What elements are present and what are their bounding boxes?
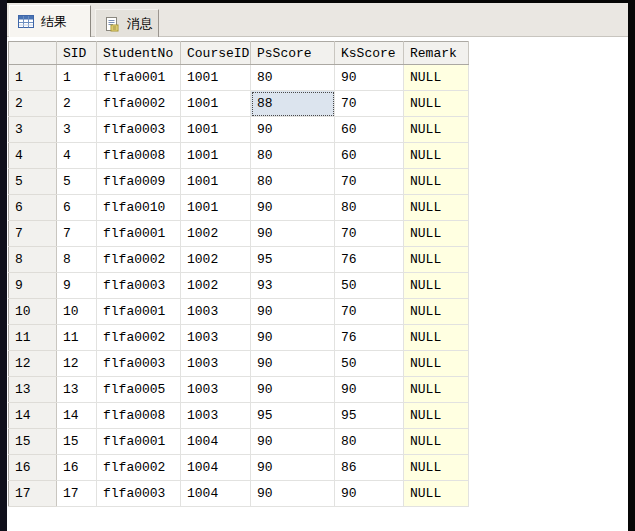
- grid-cell-remark-row17[interactable]: NULL: [404, 481, 469, 507]
- grid-cell-ksscore-row14[interactable]: 95: [335, 403, 404, 429]
- grid-cell-sid-row7[interactable]: 7: [57, 221, 97, 247]
- grid-cell-psscore-row11[interactable]: 90: [251, 325, 335, 351]
- row-header-cell[interactable]: 15: [9, 429, 57, 455]
- grid-cell-psscore-row17[interactable]: 90: [251, 481, 335, 507]
- tab-messages[interactable]: 消息: [95, 9, 159, 37]
- grid-cell-ksscore-row12[interactable]: 50: [335, 351, 404, 377]
- grid-cell-courseid-row10[interactable]: 1003: [181, 299, 251, 325]
- grid-cell-remark-row14[interactable]: NULL: [404, 403, 469, 429]
- grid-cell-courseid-row12[interactable]: 1003: [181, 351, 251, 377]
- grid-cell-courseid-row13[interactable]: 1003: [181, 377, 251, 403]
- grid-cell-psscore-row10[interactable]: 90: [251, 299, 335, 325]
- grid-cell-sid-row12[interactable]: 12: [57, 351, 97, 377]
- column-header-ksscore[interactable]: KsScore: [335, 42, 404, 65]
- row-header-cell[interactable]: 9: [9, 273, 57, 299]
- grid-cell-psscore-row7[interactable]: 90: [251, 221, 335, 247]
- grid-cell-studentno-row2[interactable]: flfa0002: [97, 91, 181, 117]
- grid-cell-sid-row14[interactable]: 14: [57, 403, 97, 429]
- grid-cell-remark-row5[interactable]: NULL: [404, 169, 469, 195]
- grid-cell-courseid-row7[interactable]: 1002: [181, 221, 251, 247]
- column-header-sid[interactable]: SID: [57, 42, 97, 65]
- grid-cell-remark-row4[interactable]: NULL: [404, 143, 469, 169]
- grid-cell-remark-row9[interactable]: NULL: [404, 273, 469, 299]
- grid-cell-remark-row15[interactable]: NULL: [404, 429, 469, 455]
- column-header-remark[interactable]: Remark: [404, 42, 469, 65]
- row-header-cell[interactable]: 3: [9, 117, 57, 143]
- grid-cell-sid-row15[interactable]: 15: [57, 429, 97, 455]
- grid-cell-studentno-row9[interactable]: flfa0003: [97, 273, 181, 299]
- grid-cell-studentno-row17[interactable]: flfa0003: [97, 481, 181, 507]
- row-header-cell[interactable]: 16: [9, 455, 57, 481]
- grid-cell-ksscore-row13[interactable]: 90: [335, 377, 404, 403]
- grid-cell-ksscore-row1[interactable]: 90: [335, 65, 404, 91]
- row-header-cell[interactable]: 13: [9, 377, 57, 403]
- grid-cell-studentno-row7[interactable]: flfa0001: [97, 221, 181, 247]
- row-header-cell[interactable]: 11: [9, 325, 57, 351]
- grid-cell-courseid-row1[interactable]: 1001: [181, 65, 251, 91]
- grid-cell-ksscore-row15[interactable]: 80: [335, 429, 404, 455]
- grid-cell-ksscore-row2[interactable]: 70: [335, 91, 404, 117]
- grid-cell-psscore-row13[interactable]: 90: [251, 377, 335, 403]
- grid-cell-psscore-row3[interactable]: 90: [251, 117, 335, 143]
- grid-cell-studentno-row12[interactable]: flfa0003: [97, 351, 181, 377]
- grid-cell-studentno-row14[interactable]: flfa0008: [97, 403, 181, 429]
- grid-cell-sid-row10[interactable]: 10: [57, 299, 97, 325]
- grid-cell-ksscore-row8[interactable]: 76: [335, 247, 404, 273]
- grid-cell-remark-row11[interactable]: NULL: [404, 325, 469, 351]
- row-header-cell[interactable]: 14: [9, 403, 57, 429]
- row-header-cell[interactable]: 1: [9, 65, 57, 91]
- grid-cell-sid-row13[interactable]: 13: [57, 377, 97, 403]
- grid-cell-psscore-row4[interactable]: 80: [251, 143, 335, 169]
- grid-cell-remark-row6[interactable]: NULL: [404, 195, 469, 221]
- row-header-cell[interactable]: 10: [9, 299, 57, 325]
- grid-cell-studentno-row16[interactable]: flfa0002: [97, 455, 181, 481]
- grid-cell-ksscore-row4[interactable]: 60: [335, 143, 404, 169]
- grid-cell-remark-row12[interactable]: NULL: [404, 351, 469, 377]
- row-header-cell[interactable]: 4: [9, 143, 57, 169]
- grid-cell-psscore-row9[interactable]: 93: [251, 273, 335, 299]
- grid-cell-ksscore-row16[interactable]: 86: [335, 455, 404, 481]
- grid-cell-studentno-row8[interactable]: flfa0002: [97, 247, 181, 273]
- grid-cell-ksscore-row10[interactable]: 70: [335, 299, 404, 325]
- grid-cell-remark-row7[interactable]: NULL: [404, 221, 469, 247]
- grid-cell-ksscore-row5[interactable]: 70: [335, 169, 404, 195]
- grid-cell-ksscore-row11[interactable]: 76: [335, 325, 404, 351]
- grid-cell-psscore-row5[interactable]: 80: [251, 169, 335, 195]
- grid-cell-studentno-row5[interactable]: flfa0009: [97, 169, 181, 195]
- grid-cell-remark-row16[interactable]: NULL: [404, 455, 469, 481]
- grid-cell-studentno-row10[interactable]: flfa0001: [97, 299, 181, 325]
- selected-cell[interactable]: 88: [251, 91, 335, 117]
- grid-cell-courseid-row16[interactable]: 1004: [181, 455, 251, 481]
- grid-cell-psscore-row15[interactable]: 90: [251, 429, 335, 455]
- grid-cell-sid-row17[interactable]: 17: [57, 481, 97, 507]
- grid-cell-psscore-row1[interactable]: 80: [251, 65, 335, 91]
- grid-cell-courseid-row17[interactable]: 1004: [181, 481, 251, 507]
- grid-cell-studentno-row11[interactable]: flfa0002: [97, 325, 181, 351]
- grid-cell-courseid-row6[interactable]: 1001: [181, 195, 251, 221]
- grid-cell-courseid-row11[interactable]: 1003: [181, 325, 251, 351]
- grid-cell-studentno-row6[interactable]: flfa0010: [97, 195, 181, 221]
- grid-cell-sid-row5[interactable]: 5: [57, 169, 97, 195]
- grid-cell-ksscore-row6[interactable]: 80: [335, 195, 404, 221]
- grid-cell-sid-row8[interactable]: 8: [57, 247, 97, 273]
- grid-cell-sid-row4[interactable]: 4: [57, 143, 97, 169]
- tab-results[interactable]: 结果: [9, 5, 91, 37]
- grid-cell-studentno-row3[interactable]: flfa0003: [97, 117, 181, 143]
- grid-cell-studentno-row13[interactable]: flfa0005: [97, 377, 181, 403]
- row-header-cell[interactable]: 12: [9, 351, 57, 377]
- grid-cell-courseid-row2[interactable]: 1001: [181, 91, 251, 117]
- grid-cell-ksscore-row3[interactable]: 60: [335, 117, 404, 143]
- grid-cell-psscore-row16[interactable]: 90: [251, 455, 335, 481]
- row-header-cell[interactable]: 2: [9, 91, 57, 117]
- grid-cell-courseid-row4[interactable]: 1001: [181, 143, 251, 169]
- row-header-cell[interactable]: 17: [9, 481, 57, 507]
- grid-cell-remark-row13[interactable]: NULL: [404, 377, 469, 403]
- grid-cell-courseid-row8[interactable]: 1002: [181, 247, 251, 273]
- grid-cell-studentno-row15[interactable]: flfa0001: [97, 429, 181, 455]
- grid-cell-sid-row16[interactable]: 16: [57, 455, 97, 481]
- row-header-cell[interactable]: 6: [9, 195, 57, 221]
- grid-cell-studentno-row4[interactable]: flfa0008: [97, 143, 181, 169]
- row-header-cell[interactable]: 7: [9, 221, 57, 247]
- grid-cell-courseid-row5[interactable]: 1001: [181, 169, 251, 195]
- column-header-courseid[interactable]: CourseID: [181, 42, 251, 65]
